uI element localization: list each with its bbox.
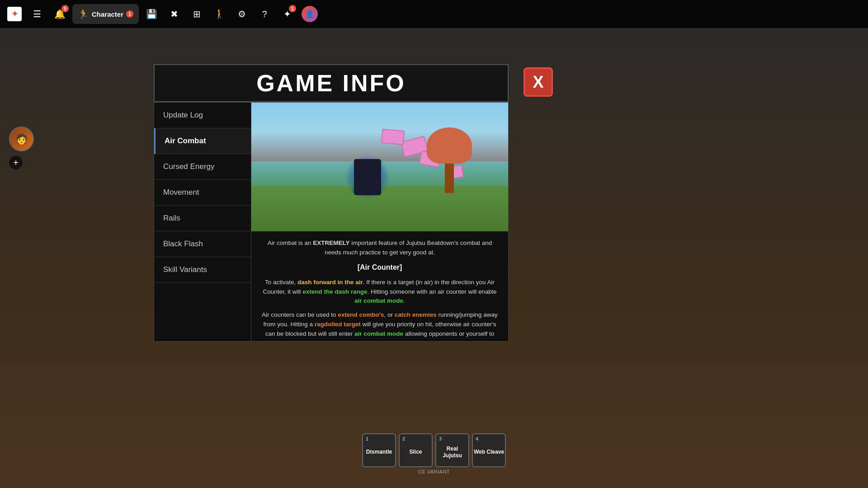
- menu-icon[interactable]: ☰: [27, 4, 47, 24]
- slot-4-number: 4: [476, 436, 478, 441]
- content-panel: Air combat is an EXTREMELY important fea…: [251, 102, 509, 342]
- highlight-air-combat: air combat mode: [354, 297, 403, 304]
- highlight-extend-combo: extend combo's: [338, 311, 384, 318]
- block-3: [381, 129, 405, 145]
- sidebar-label-movement: Movement: [163, 188, 199, 197]
- tree-top: [427, 127, 472, 164]
- help-icon[interactable]: ?: [255, 4, 274, 24]
- char-badge: 1: [126, 10, 133, 18]
- sidebar-label-cursed-energy: Cursed Energy: [163, 162, 214, 171]
- hotbar-slot-3[interactable]: 3 Real Jujutsu: [435, 433, 469, 467]
- air-counter-para2: Air counters can be used to extend combo…: [260, 310, 499, 341]
- hotbar-slot-4[interactable]: 4 Web Cleave: [472, 433, 506, 467]
- table-icon[interactable]: ⊞: [187, 4, 207, 24]
- save-icon[interactable]: 💾: [142, 4, 161, 24]
- hotbar-slot-1[interactable]: 1 Dismantle: [362, 433, 396, 467]
- sidebar: Update Log Air Combat Cursed Energy Move…: [154, 102, 251, 342]
- sidebar-item-movement[interactable]: Movement: [154, 180, 251, 206]
- description-text: Air combat is an EXTREMELY important fea…: [260, 239, 499, 258]
- add-button[interactable]: +: [9, 156, 23, 169]
- settings-icon[interactable]: ⚙: [232, 4, 252, 24]
- plus-badge: 1: [289, 5, 296, 12]
- close-icon[interactable]: ✖: [164, 4, 184, 24]
- plus-icon[interactable]: ✦ 1: [277, 4, 297, 24]
- sidebar-label-update-log: Update Log: [163, 111, 203, 119]
- sidebar-item-cursed-energy[interactable]: Cursed Energy: [154, 154, 251, 180]
- slot-4-label: Web Cleave: [474, 449, 504, 455]
- slot-2-label: Slice: [409, 449, 422, 455]
- close-label: X: [533, 73, 543, 92]
- sidebar-label-skill-variants: Skill Variants: [163, 265, 207, 274]
- figure-icon[interactable]: 🚶: [209, 4, 229, 24]
- air-counter-title: [Air Counter]: [260, 262, 499, 273]
- highlight-ragdolled: ragdolled target: [315, 321, 361, 328]
- hotbar-slots: 1 Dismantle 2 Slice 3 Real Jujutsu 4 Web…: [362, 433, 506, 467]
- sidebar-item-black-flash[interactable]: Black Flash: [154, 231, 251, 257]
- sidebar-item-skill-variants[interactable]: Skill Variants: [154, 257, 251, 283]
- slot-1-number: 1: [366, 436, 368, 441]
- hotbar: 1 Dismantle 2 Slice 3 Real Jujutsu 4 Web…: [362, 433, 506, 474]
- content-image: [251, 103, 508, 231]
- sidebar-item-rails[interactable]: Rails: [154, 206, 251, 231]
- character-label: Character: [92, 10, 123, 18]
- notification-badge: 5: [61, 5, 69, 12]
- character-button[interactable]: 🏃 Character 1: [72, 4, 139, 24]
- toolbar: ✦ ☰ 🔔 5 🏃 Character 1 💾 ✖ ⊞ 🚶 ⚙ ? ✦ 1 👤: [0, 0, 868, 28]
- sidebar-label-black-flash: Black Flash: [163, 239, 203, 248]
- highlight-extend-dash: extend the dash range: [302, 288, 367, 295]
- close-button[interactable]: X: [524, 67, 553, 97]
- slot-2-number: 2: [402, 436, 405, 441]
- modal-title: GAME INFO: [164, 70, 499, 97]
- notifications-icon[interactable]: 🔔 5: [50, 4, 70, 24]
- content-text[interactable]: Air combat is an EXTREMELY important fea…: [251, 231, 508, 341]
- slot-3-label: Real Jujutsu: [436, 446, 468, 459]
- highlight-dash: dash forward in the air: [297, 279, 363, 286]
- scene-character: [354, 159, 381, 195]
- avatar[interactable]: 🧑: [9, 127, 34, 151]
- modal-title-bar: GAME INFO X: [154, 64, 509, 102]
- game-scene: [251, 103, 508, 231]
- game-info-modal: GAME INFO X Update Log Air Combat Cursed…: [154, 64, 509, 342]
- slot-1-label: Dismantle: [366, 449, 392, 455]
- highlight-air-mode-2: air combat mode: [354, 330, 403, 337]
- ce-variant-label: CE VARIANT: [418, 469, 450, 474]
- sidebar-item-update-log[interactable]: Update Log: [154, 103, 251, 128]
- slot-3-number: 3: [439, 436, 442, 441]
- highlight-catch-enemies: catch enemies: [395, 311, 437, 318]
- modal-body: Update Log Air Combat Cursed Energy Move…: [154, 102, 509, 342]
- roblox-logo-icon[interactable]: ✦: [5, 4, 24, 24]
- sidebar-label-rails: Rails: [163, 214, 180, 222]
- avatar-icon[interactable]: 👤: [300, 4, 320, 24]
- air-counter-para1: To activate, dash forward in the air. If…: [260, 278, 499, 306]
- hotbar-slot-2[interactable]: 2 Slice: [399, 433, 433, 467]
- sidebar-label-air-combat: Air Combat: [165, 136, 206, 145]
- sidebar-item-air-combat[interactable]: Air Combat: [154, 128, 251, 154]
